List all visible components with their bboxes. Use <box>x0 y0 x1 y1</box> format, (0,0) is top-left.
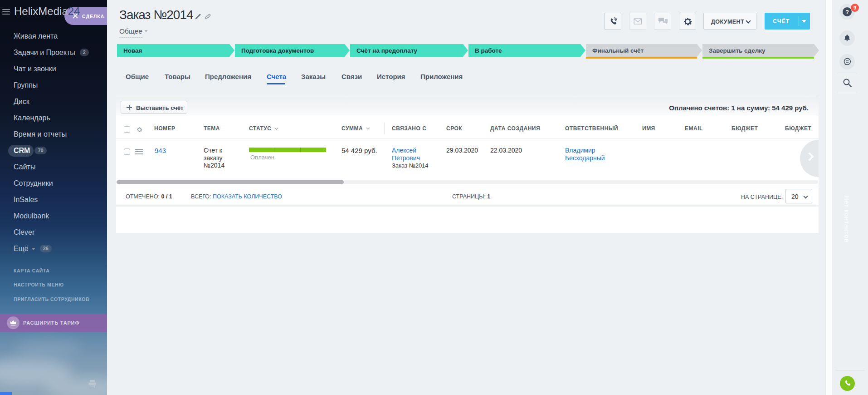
svg-text:9: 9 <box>853 5 856 10</box>
svg-text:?: ? <box>845 9 849 15</box>
